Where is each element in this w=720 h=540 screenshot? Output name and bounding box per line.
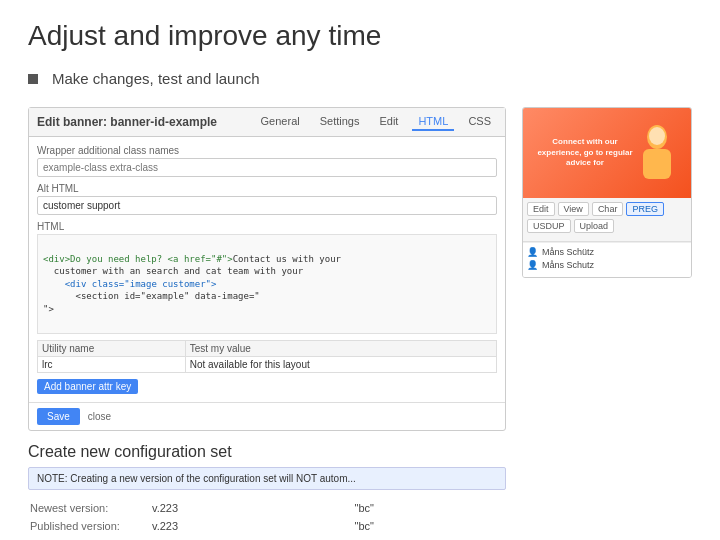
published-version-tag: "bc" [355, 518, 504, 534]
preview-panel: Connect with our experience, go to regul… [522, 107, 692, 278]
attr-table: Utility name Test my value lrc Not avail… [37, 340, 497, 373]
user-name-1: Måns Schütz [542, 247, 594, 257]
published-version-row: Published version: v.223 "bc" [30, 518, 504, 534]
preview-banner: Connect with our experience, go to regul… [523, 108, 691, 198]
preview-user-row-2: 👤 Måns Schutz [527, 260, 687, 270]
wrapper-class-row: Wrapper additional class names [37, 145, 497, 177]
page-title: Adjust and improve any time [28, 20, 692, 52]
save-button[interactable]: Save [37, 408, 80, 425]
config-note: NOTE: Creating a new version of the conf… [28, 467, 506, 490]
newest-version-value: v.223 [152, 500, 353, 516]
user-icon-2: 👤 [527, 260, 538, 270]
html-code-label: HTML [37, 221, 497, 232]
html-code-row: HTML <div>Do you need help? <a href="#">… [37, 221, 497, 334]
add-attr-button[interactable]: Add banner attr key [37, 379, 138, 394]
attr-row-1: lrc Not available for this layout [38, 357, 497, 373]
right-preview: Connect with our experience, go to regul… [522, 107, 692, 540]
col-btn-upload[interactable]: Upload [574, 219, 615, 233]
version-table: Newest version: v.223 "bc" Published ver… [28, 498, 506, 536]
banner-text-area: Connect with our experience, go to regul… [535, 137, 635, 168]
col-btn-char[interactable]: Char [592, 202, 624, 216]
panel-body: Wrapper additional class names Alt HTML … [29, 137, 505, 402]
alt-html-input[interactable] [37, 196, 497, 215]
preview-user-row-1: 👤 Måns Schütz [527, 247, 687, 257]
col-buttons-row: Edit View Char PREG USDUP Upload [523, 198, 691, 242]
attr-cell-value: Not available for this layout [185, 357, 496, 373]
left-panel: Edit banner: banner-id-example General S… [28, 107, 506, 540]
bullet-square [28, 74, 38, 84]
banner-person [635, 123, 679, 183]
newest-version-row: Newest version: v.223 "bc" [30, 500, 504, 516]
col-btn-preg[interactable]: PREG [626, 202, 664, 216]
panel-header: Edit banner: banner-id-example General S… [29, 108, 505, 137]
panel-tabs: General Settings Edit HTML CSS [255, 113, 497, 131]
alt-html-row: Alt HTML [37, 183, 497, 215]
alt-html-label: Alt HTML [37, 183, 497, 194]
bullet-item-1: Make changes, test and launch [28, 70, 692, 87]
attr-col-value: Test my value [185, 341, 496, 357]
tab-settings[interactable]: Settings [314, 113, 366, 131]
bullet-text-1: Make changes, test and launch [52, 70, 260, 87]
published-version-label: Published version: [30, 518, 150, 534]
newest-version-tag: "bc" [355, 500, 504, 516]
published-version-value: v.223 [152, 518, 353, 534]
config-section-title: Create new configuration set [28, 443, 506, 461]
attr-col-name: Utility name [38, 341, 186, 357]
wrapper-class-input[interactable] [37, 158, 497, 177]
edit-banner-panel: Edit banner: banner-id-example General S… [28, 107, 506, 431]
html-code-block[interactable]: <div>Do you need help? <a href="#">Conta… [37, 234, 497, 334]
attr-cell-name: lrc [38, 357, 186, 373]
user-name-2: Måns Schutz [542, 260, 594, 270]
content-area: Edit banner: banner-id-example General S… [28, 107, 692, 540]
banner-text: Connect with our experience, go to regul… [535, 137, 635, 168]
newest-version-label: Newest version: [30, 500, 150, 516]
tab-general[interactable]: General [255, 113, 306, 131]
cancel-button[interactable]: close [88, 411, 111, 422]
preview-users: 👤 Måns Schütz 👤 Måns Schutz [523, 242, 691, 277]
col-btn-usdup[interactable]: USDUP [527, 219, 571, 233]
config-section: Create new configuration set NOTE: Creat… [28, 443, 506, 536]
tab-css[interactable]: CSS [462, 113, 497, 131]
col-btn-edit[interactable]: Edit [527, 202, 555, 216]
panel-title: Edit banner: banner-id-example [37, 115, 245, 129]
col-btn-view[interactable]: View [558, 202, 589, 216]
svg-point-2 [649, 127, 665, 145]
wrapper-class-label: Wrapper additional class names [37, 145, 497, 156]
col-buttons: Edit View Char PREG USDUP Upload [527, 202, 687, 233]
tab-edit[interactable]: Edit [373, 113, 404, 131]
svg-rect-1 [643, 149, 671, 179]
tab-html[interactable]: HTML [412, 113, 454, 131]
panel-footer: Save close [29, 402, 505, 430]
user-icon-1: 👤 [527, 247, 538, 257]
